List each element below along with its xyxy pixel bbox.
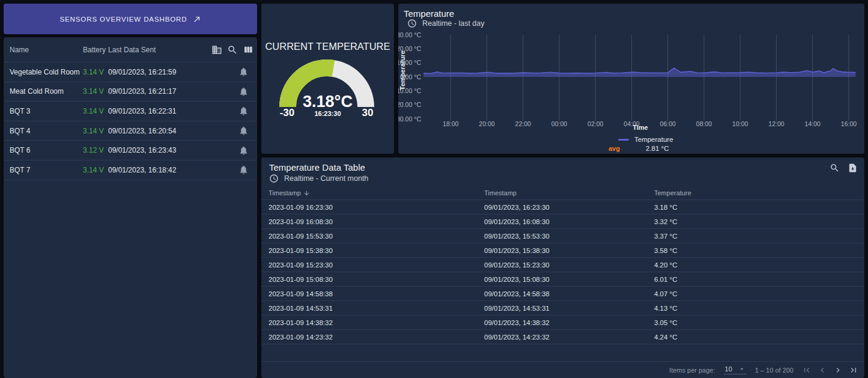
svg-text:18:00: 18:00 <box>443 120 458 127</box>
chart-legend: Temperature avg 2.81 °C <box>609 136 673 152</box>
columns-icon[interactable] <box>243 44 253 55</box>
data-table-body: 2023-01-09 16:23:3009/01/2023, 16:23:303… <box>261 200 864 344</box>
table-row[interactable]: 2023-01-09 16:23:3009/01/2023, 16:23:303… <box>261 200 864 215</box>
sensor-row[interactable]: BQT 43.14 V09/01/2023, 16:20:54 <box>4 121 257 141</box>
sensor-last-data-sent: 09/01/2023, 16:18:42 <box>108 166 235 174</box>
cell-temperature: 6.01 °C <box>654 276 857 283</box>
bell-icon[interactable] <box>238 67 249 77</box>
pagination-range-label: 1 – 10 of 200 <box>755 367 794 374</box>
nav-button-label: SENSORS OVERVIEW DASHBORD <box>59 16 187 23</box>
column-header-temperature[interactable]: Temperature <box>654 189 857 197</box>
sensor-last-data-sent: 09/01/2023, 16:21:59 <box>108 68 235 76</box>
items-per-page-label: Items per page: <box>669 367 715 374</box>
sensor-row[interactable]: Vegetable Cold Room3.14 V09/01/2023, 16:… <box>4 62 257 82</box>
table-row[interactable]: 2023-01-09 15:38:3009/01/2023, 15:38:303… <box>261 243 864 258</box>
table-row[interactable]: 2023-01-09 15:53:3009/01/2023, 15:53:303… <box>261 229 864 243</box>
data-table-header: Timestamp Timestamp Temperature <box>261 186 864 200</box>
search-icon[interactable] <box>830 163 840 173</box>
cell-timestamp-1: 2023-01-09 15:23:30 <box>269 261 484 269</box>
export-icon[interactable] <box>848 163 858 173</box>
gauge-title: CURRENT TEMPERATURE <box>261 41 394 52</box>
cell-timestamp-1: 2023-01-09 14:58:38 <box>269 290 484 297</box>
sensors-overview-dashboard-button[interactable]: SENSORS OVERVIEW DASHBORD <box>4 4 257 34</box>
dashboard-screen: SENSORS OVERVIEW DASHBORD Name Battery L… <box>0 0 868 378</box>
sensor-name: BQT 4 <box>10 127 83 135</box>
cell-temperature: 4.24 °C <box>654 334 857 341</box>
next-page-icon[interactable] <box>833 365 843 375</box>
sensor-battery: 3.14 V <box>83 68 108 76</box>
temperature-chart: 18:0020:0022:0000:0002:0004:0006:0008:00… <box>398 4 864 154</box>
column-header-battery[interactable]: Battery <box>83 46 108 54</box>
building-icon[interactable] <box>211 44 222 55</box>
sensor-last-data-sent: 09/01/2023, 16:20:54 <box>108 127 235 135</box>
chart-y-axis-title: Temperature <box>399 49 406 91</box>
table-row[interactable]: 2023-01-09 14:23:3209/01/2023, 14:23:324… <box>261 330 864 344</box>
svg-text:10:00: 10:00 <box>732 120 748 127</box>
table-row[interactable]: 2023-01-09 14:38:3209/01/2023, 14:38:323… <box>261 316 864 330</box>
items-per-page-value: 10 <box>725 365 732 373</box>
gauge-max-label: 30 <box>357 107 378 119</box>
clock-icon <box>269 174 279 183</box>
data-table-subtitle: Realtime - Current month <box>269 174 368 183</box>
cell-timestamp-2: 09/01/2023, 14:53:31 <box>484 305 654 312</box>
table-row[interactable]: 2023-01-09 15:08:3009/01/2023, 15:08:306… <box>261 272 864 287</box>
sensor-battery: 3.14 V <box>83 87 108 96</box>
cell-timestamp-2: 09/01/2023, 14:58:38 <box>484 290 654 297</box>
table-row[interactable]: 2023-01-09 15:23:3009/01/2023, 15:23:304… <box>261 258 864 272</box>
sensor-battery: 3.14 V <box>83 107 108 115</box>
sensor-row[interactable]: Meat Cold Room3.14 V09/01/2023, 16:21:17 <box>4 82 257 102</box>
legend-series-label[interactable]: Temperature <box>630 136 673 143</box>
table-row[interactable]: 2023-01-09 16:08:3009/01/2023, 16:08:303… <box>261 215 864 229</box>
sensor-name: BQT 3 <box>10 107 83 115</box>
data-table-title: Temperature Data Table <box>269 162 365 172</box>
sort-desc-icon <box>303 190 310 197</box>
column-header-name[interactable]: Name <box>10 46 83 54</box>
cell-timestamp-1: 2023-01-09 15:38:30 <box>269 247 484 254</box>
legend-avg-value: 2.81 °C <box>630 145 673 152</box>
cell-temperature: 3.05 °C <box>654 319 857 326</box>
data-table-pagination: Items per page: 10 1 – 10 of 200 <box>261 361 864 378</box>
first-page-icon[interactable] <box>802 365 812 375</box>
bell-icon[interactable] <box>238 87 249 97</box>
cell-temperature: 3.37 °C <box>654 233 857 240</box>
sensor-row[interactable]: BQT 63.12 V09/01/2023, 16:23:43 <box>4 141 257 160</box>
cell-timestamp-2: 09/01/2023, 15:23:30 <box>484 261 654 269</box>
sensor-row[interactable]: BQT 73.14 V09/01/2023, 16:18:42 <box>4 160 257 180</box>
cell-timestamp-2: 09/01/2023, 14:38:32 <box>484 319 654 326</box>
cell-timestamp-2: 09/01/2023, 15:38:30 <box>484 247 654 254</box>
column-header-timestamp-2[interactable]: Timestamp <box>484 189 654 197</box>
sensor-battery: 3.12 V <box>83 146 108 154</box>
cell-timestamp-2: 09/01/2023, 16:08:30 <box>484 218 654 225</box>
svg-text:-30.00 °C: -30.00 °C <box>398 115 421 123</box>
svg-text:08:00: 08:00 <box>696 120 712 127</box>
sensor-row[interactable]: BQT 33.14 V09/01/2023, 16:22:31 <box>4 102 257 121</box>
sensor-battery: 3.14 V <box>83 127 108 135</box>
last-page-icon[interactable] <box>849 365 858 375</box>
svg-text:20:00: 20:00 <box>479 120 494 127</box>
svg-text:16:00: 16:00 <box>841 120 857 127</box>
bell-icon[interactable] <box>238 106 249 116</box>
temperature-data-table-panel: Temperature Data Table Realtime - Curren… <box>261 157 864 378</box>
chevron-down-icon <box>738 365 745 373</box>
svg-text:00:00: 00:00 <box>551 120 567 127</box>
sensor-battery: 3.14 V <box>83 166 108 174</box>
sensors-table-header: Name Battery Last Data Sent <box>4 37 257 62</box>
items-per-page-select[interactable]: 10 <box>724 365 747 374</box>
bell-icon[interactable] <box>238 165 249 175</box>
bell-icon[interactable] <box>238 145 249 156</box>
svg-text:30.00 °C: 30.00 °C <box>398 31 421 38</box>
search-icon[interactable] <box>227 44 238 55</box>
svg-text:02:00: 02:00 <box>587 120 603 127</box>
table-row[interactable]: 2023-01-09 14:58:3809/01/2023, 14:58:384… <box>261 287 864 301</box>
cell-temperature: 4.13 °C <box>654 305 857 312</box>
legend-line-swatch <box>618 139 629 141</box>
cell-timestamp-2: 09/01/2023, 15:08:30 <box>484 276 654 283</box>
table-row[interactable]: 2023-01-09 14:53:3109/01/2023, 14:53:314… <box>261 301 864 316</box>
svg-text:14:00: 14:00 <box>805 120 821 127</box>
column-header-timestamp-1[interactable]: Timestamp <box>269 189 484 197</box>
bell-icon[interactable] <box>238 126 249 136</box>
sensor-last-data-sent: 09/01/2023, 16:23:43 <box>108 146 235 154</box>
sensors-table-body: Vegetable Cold Room3.14 V09/01/2023, 16:… <box>4 62 257 180</box>
sensor-name: BQT 6 <box>10 146 83 154</box>
previous-page-icon[interactable] <box>818 365 827 375</box>
